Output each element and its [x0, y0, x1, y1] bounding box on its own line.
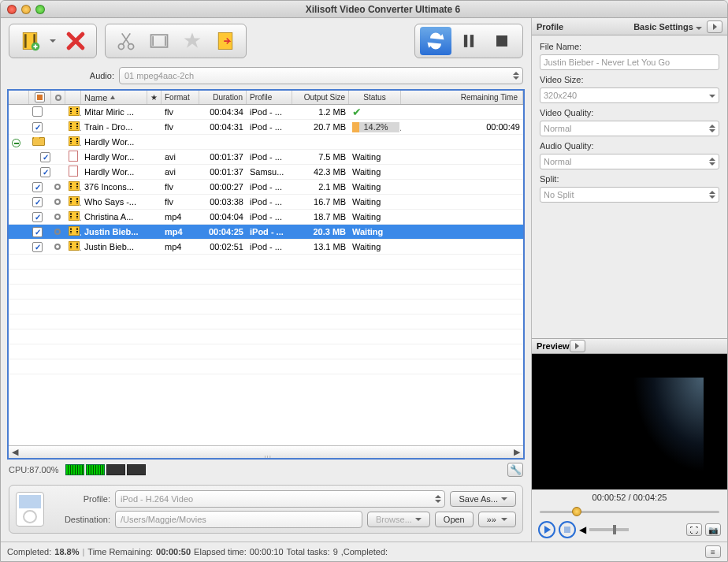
- preview-video[interactable]: [532, 354, 727, 489]
- play-button[interactable]: [538, 521, 555, 538]
- effects-button[interactable]: [176, 27, 208, 55]
- col-check[interactable]: [29, 91, 51, 104]
- table-row-empty: [9, 270, 523, 285]
- collapse-icon[interactable]: [12, 139, 20, 147]
- film-icon: [69, 121, 80, 131]
- target-icon: [54, 184, 61, 190]
- browse-button[interactable]: Browse...: [367, 512, 430, 527]
- pause-button[interactable]: [453, 27, 485, 55]
- file-table: Name ★ Format Duration Profile Output Si…: [7, 89, 525, 460]
- col-star[interactable]: ★: [147, 91, 162, 104]
- col-name[interactable]: Name: [81, 91, 147, 104]
- preview-expand-button[interactable]: [570, 340, 585, 352]
- table-row-empty: [9, 255, 523, 270]
- delete-button[interactable]: [60, 27, 91, 55]
- col-status[interactable]: Status: [349, 91, 401, 104]
- target-icon: [54, 199, 61, 205]
- row-checkbox[interactable]: [40, 152, 50, 162]
- table-row[interactable]: Christina A...mp400:04:04iPod - ...18.7 …: [9, 210, 523, 225]
- table-row[interactable]: Who Says -...flv00:03:38iPod - ...16.7 M…: [9, 195, 523, 210]
- film-icon: [69, 136, 80, 146]
- cut-button[interactable]: [110, 27, 142, 55]
- row-checkbox[interactable]: [32, 227, 43, 237]
- col-duration[interactable]: Duration: [199, 91, 247, 104]
- volume-slider[interactable]: [589, 528, 629, 531]
- table-row-empty: [9, 285, 523, 300]
- video-size-select[interactable]: 320x240: [540, 87, 719, 103]
- cpu-meter: [65, 464, 146, 475]
- close-icon[interactable]: [7, 5, 17, 14]
- table-row[interactable]: 376 Incons...flv00:00:27iPod - ...2.1 MB…: [9, 180, 523, 195]
- col-output[interactable]: Output Size: [292, 91, 349, 104]
- add-dropdown[interactable]: [47, 27, 58, 55]
- split-select[interactable]: No Split: [540, 187, 719, 203]
- seek-thumb-icon[interactable]: [572, 507, 581, 516]
- svg-rect-12: [464, 35, 467, 47]
- svg-rect-5: [35, 44, 36, 48]
- film-icon: [69, 196, 80, 206]
- table-row[interactable]: Hardly Wor...avi00:01:37Samsu...42.3 MBW…: [9, 165, 523, 180]
- cpu-label: CPU:87.00%: [9, 465, 59, 475]
- audio-track-select[interactable]: 01 mpeg4aac-2ch: [119, 67, 523, 84]
- svg-rect-14: [496, 35, 507, 47]
- profile-select[interactable]: iPod - H.264 Video: [115, 490, 445, 508]
- col-format[interactable]: Format: [162, 91, 199, 104]
- audio-quality-select[interactable]: Normal: [540, 154, 719, 169]
- table-row[interactable]: Justin Bieb...mp400:02:51iPod - ...13.1 …: [9, 240, 523, 255]
- open-button[interactable]: Open: [435, 512, 474, 527]
- mute-icon[interactable]: ◀: [579, 524, 586, 535]
- filename-input[interactable]: Justin Bieber - Never Let You Go: [540, 54, 719, 70]
- device-icon: [16, 492, 44, 527]
- checkbox-partial-icon: [35, 92, 45, 102]
- log-button[interactable]: ≡: [705, 545, 721, 558]
- snapshot-button[interactable]: 📷: [705, 523, 721, 536]
- seek-slider[interactable]: [540, 507, 719, 516]
- table-row[interactable]: Justin Bieb...mp400:04:25iPod - ...20.3 …: [9, 225, 523, 240]
- col-target[interactable]: [51, 91, 65, 104]
- svg-rect-1: [24, 34, 27, 48]
- minimize-icon[interactable]: [21, 5, 31, 14]
- scroll-left-icon[interactable]: ◀: [9, 447, 21, 457]
- col-profile[interactable]: Profile: [247, 91, 292, 104]
- export-button[interactable]: [210, 27, 241, 55]
- row-checkbox[interactable]: [32, 212, 43, 222]
- table-row[interactable]: Mitar Miric ...flv00:04:34iPod - ...1.2 …: [9, 105, 523, 120]
- row-checkbox[interactable]: [32, 122, 43, 132]
- row-checkbox[interactable]: [32, 182, 43, 192]
- col-remaining[interactable]: Remaining Time: [401, 91, 523, 104]
- horizontal-scrollbar[interactable]: ◀ III ▶: [9, 445, 523, 458]
- table-row[interactable]: Hardly Wor...avi00:01:37iPod - ...7.5 MB…: [9, 150, 523, 165]
- row-checkbox[interactable]: [32, 106, 43, 117]
- zoom-icon[interactable]: [35, 5, 45, 14]
- row-checkbox[interactable]: [32, 242, 43, 252]
- scroll-right-icon[interactable]: ▶: [511, 447, 523, 457]
- table-row[interactable]: Hardly Wor...: [9, 135, 523, 150]
- settings-button[interactable]: 🔧: [507, 463, 523, 477]
- clip-button[interactable]: [143, 27, 175, 55]
- toolbar: [1, 18, 531, 64]
- film-icon: [69, 226, 80, 236]
- table-row-empty: [9, 314, 523, 329]
- preview-header: Preview: [532, 338, 727, 354]
- skip-button[interactable]: »»: [478, 512, 516, 527]
- status-bar: Completed: 18.8% | Time Remaining: 00:00…: [1, 542, 727, 561]
- fullscreen-button[interactable]: ⛶: [686, 523, 702, 536]
- stop-button[interactable]: [486, 27, 518, 55]
- convert-button[interactable]: [420, 27, 451, 55]
- save-as-button[interactable]: Save As...: [450, 491, 516, 507]
- row-checkbox[interactable]: [40, 167, 50, 177]
- preview-stop-button[interactable]: [559, 521, 576, 538]
- film-icon: [69, 211, 80, 221]
- destination-input[interactable]: /Users/Maggie/Movies: [115, 511, 362, 528]
- target-icon: [55, 95, 61, 101]
- row-checkbox[interactable]: [32, 197, 43, 207]
- target-icon: [54, 244, 61, 250]
- add-file-button[interactable]: [14, 27, 46, 55]
- basic-settings-dropdown[interactable]: Basic Settings: [633, 22, 702, 32]
- video-quality-select[interactable]: Normal: [540, 121, 719, 136]
- target-icon: [54, 214, 61, 220]
- table-row[interactable]: Train - Dro...flv00:04:31iPod - ...20.7 …: [9, 120, 523, 135]
- check-icon: ✔: [352, 106, 362, 118]
- progress-bar: 14.2%: [352, 122, 399, 132]
- panel-next-button[interactable]: [707, 20, 722, 33]
